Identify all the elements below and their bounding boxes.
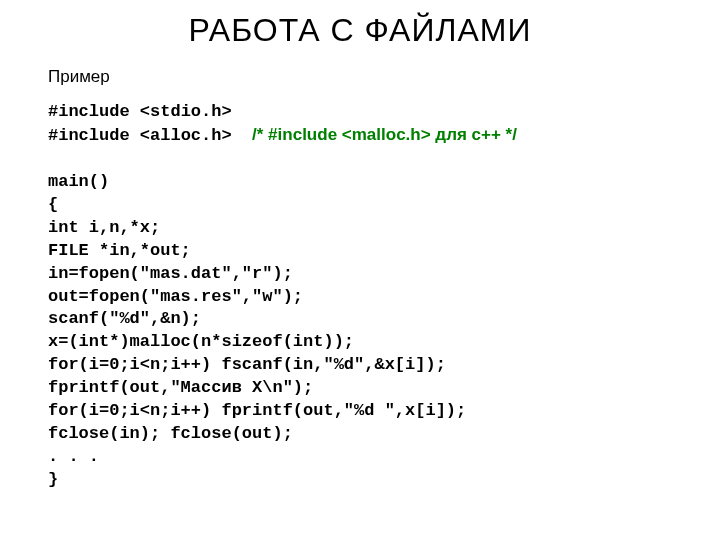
code-comment: /* #include <malloc.h> для c++ */ bbox=[252, 125, 517, 144]
slide-title: РАБОТА С ФАЙЛАМИ bbox=[48, 12, 672, 49]
code-line: fprintf(out,"Массив X\n"); bbox=[48, 378, 313, 397]
code-line: } bbox=[48, 470, 58, 489]
t: <alloc.h> bbox=[140, 126, 232, 145]
code-line: for(i=0;i<n;i++) fscanf(in,"%d",&x[i]); bbox=[48, 355, 446, 374]
code-line: out=fopen("mas.res","w"); bbox=[48, 287, 303, 306]
code-line: int i,n,*x; bbox=[48, 218, 160, 237]
example-label: Пример bbox=[48, 67, 672, 87]
slide: РАБОТА С ФАЙЛАМИ Пример #include <stdio.… bbox=[0, 0, 720, 492]
code-line: in=fopen("mas.dat","r"); bbox=[48, 264, 293, 283]
t: <stdio.h> bbox=[140, 102, 232, 121]
code-line: fclose(in); fclose(out); bbox=[48, 424, 293, 443]
code-line: FILE *in,*out; bbox=[48, 241, 191, 260]
t: #include bbox=[48, 126, 140, 145]
code-line: #include <stdio.h> bbox=[48, 102, 232, 121]
code-block: #include <stdio.h> #include <alloc.h> /*… bbox=[48, 101, 672, 492]
code-line: scanf("%d",&n); bbox=[48, 309, 201, 328]
t bbox=[232, 126, 252, 145]
code-line: x=(int*)malloc(n*sizeof(int)); bbox=[48, 332, 354, 351]
t: #include bbox=[48, 102, 140, 121]
code-line: main() bbox=[48, 172, 109, 191]
code-line: { bbox=[48, 195, 58, 214]
code-line: #include <alloc.h> /* #include <malloc.h… bbox=[48, 126, 517, 145]
code-line: . . . bbox=[48, 447, 99, 466]
code-line: for(i=0;i<n;i++) fprintf(out,"%d ",x[i])… bbox=[48, 401, 466, 420]
